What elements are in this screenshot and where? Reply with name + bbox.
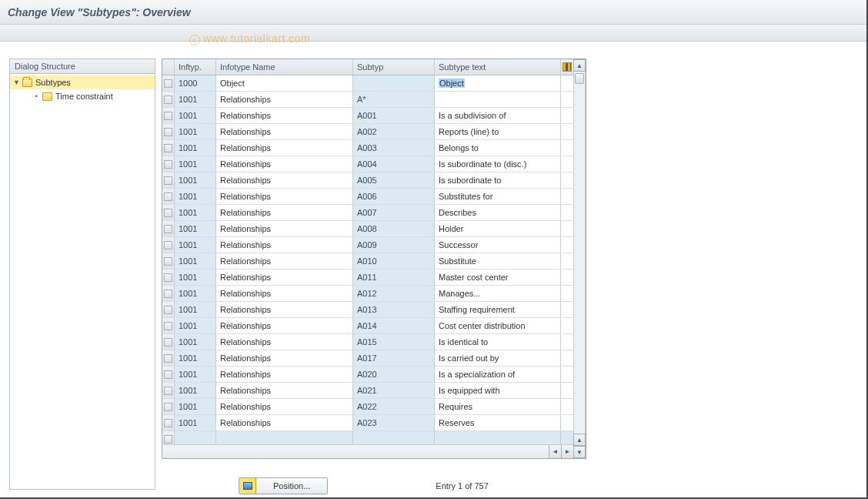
cell-subtype[interactable]: A012	[353, 286, 435, 301]
cell-subtype-text[interactable]: Object	[435, 75, 561, 91]
cell-infty[interactable]: 1001	[175, 350, 216, 366]
cell-subtype[interactable]: A010	[353, 253, 435, 269]
cell-subtype-text[interactable]: Belongs to	[435, 140, 561, 156]
cell-infotype-name[interactable]: Relationships	[216, 92, 353, 107]
cell-subtype-text[interactable]: Staffing requirement	[435, 302, 561, 317]
table-row[interactable]: 1001RelationshipsA017Is carried out by	[162, 350, 573, 367]
vscroll-down-button[interactable]: ▼	[573, 446, 586, 458]
col-header-stxt[interactable]: Subtype text	[435, 59, 561, 75]
cell-infotype-name[interactable]: Relationships	[216, 334, 353, 350]
col-header-itname[interactable]: Infotype Name	[216, 59, 353, 75]
table-row[interactable]: 1001RelationshipsA014Cost center distrib…	[162, 318, 573, 334]
row-selector[interactable]	[162, 334, 175, 350]
row-selector[interactable]	[162, 253, 175, 269]
cell-infty[interactable]: 1001	[175, 108, 216, 123]
cell-infty[interactable]: 1001	[175, 92, 216, 107]
row-selector[interactable]	[162, 172, 175, 188]
table-row[interactable]: 1001RelationshipsA012Manages...	[162, 286, 573, 302]
row-selector[interactable]	[162, 92, 175, 107]
cell-subtype[interactable]: A013	[353, 302, 435, 317]
cell-infotype-name[interactable]: Relationships	[216, 399, 353, 414]
cell-subtype-text[interactable]: Successor	[435, 237, 561, 253]
cell-subtype-text[interactable]: Is a specialization of	[435, 367, 561, 382]
cell-infotype-name[interactable]: Relationships	[216, 350, 353, 366]
row-selector[interactable]	[162, 140, 175, 156]
row-selector[interactable]	[162, 431, 175, 444]
row-selector[interactable]	[162, 302, 175, 317]
cell-infty[interactable]: 1001	[175, 302, 216, 317]
cell-subtype[interactable]	[353, 75, 435, 91]
vscroll-thumb[interactable]	[575, 73, 584, 84]
table-row[interactable]: 1000ObjectObject	[162, 75, 573, 92]
cell-subtype[interactable]: A008	[353, 221, 435, 236]
table-row[interactable]: 1001RelationshipsA008Holder	[162, 221, 573, 237]
cell-infty[interactable]: 1001	[175, 415, 216, 430]
cell-infty[interactable]: 1001	[175, 286, 216, 301]
vscroll-up-button[interactable]: ▲	[573, 59, 586, 72]
cell-infty[interactable]: 1001	[175, 189, 216, 204]
table-row[interactable]: 1001RelationshipsA011Master cost center	[162, 270, 573, 286]
cell-subtype[interactable]: A021	[353, 383, 435, 398]
table-row[interactable]: 1001RelationshipsA001Is a subdivision of	[162, 108, 573, 124]
cell-infty[interactable]: 1000	[175, 75, 216, 91]
vscroll-track[interactable]	[573, 72, 586, 434]
hscroll-left-button[interactable]: ◄	[549, 445, 561, 458]
cell-subtype[interactable]: A009	[353, 237, 435, 253]
row-selector[interactable]	[162, 350, 175, 366]
cell-subtype[interactable]: A002	[353, 124, 435, 139]
cell-infotype-name[interactable]: Relationships	[216, 189, 353, 204]
tree-item-time-constraint[interactable]: • Time constraint	[10, 89, 155, 103]
table-row[interactable]: 1001RelationshipsA020Is a specialization…	[162, 367, 573, 383]
cell-infty[interactable]: 1001	[175, 270, 216, 285]
table-row[interactable]: 1001RelationshipsA*	[162, 92, 573, 108]
row-selector[interactable]	[162, 221, 175, 236]
grid-config-button[interactable]	[561, 59, 573, 75]
cell-infty[interactable]: 1001	[175, 318, 216, 333]
cell-subtype-text[interactable]: Is carried out by	[435, 350, 561, 366]
cell-infotype-name[interactable]: Relationships	[216, 383, 353, 398]
cell-infotype-name[interactable]: Relationships	[216, 172, 353, 188]
cell-infotype-name[interactable]: Relationships	[216, 108, 353, 123]
table-row[interactable]: 1001RelationshipsA021Is equipped with	[162, 383, 573, 399]
cell-subtype-text[interactable]: Substitute	[435, 253, 561, 269]
cell-infotype-name[interactable]: Relationships	[216, 286, 353, 301]
cell-infotype-name[interactable]: Relationships	[216, 318, 353, 333]
cell-infotype-name[interactable]: Relationships	[216, 140, 353, 156]
cell-infotype-name[interactable]: Relationships	[216, 124, 353, 139]
grid-vertical-scrollbar[interactable]: ▲ ▲ ▼	[573, 59, 586, 458]
cell-subtype-text[interactable]	[435, 92, 561, 107]
cell-infotype-name[interactable]: Relationships	[216, 302, 353, 317]
cell-infty[interactable]: 1001	[175, 253, 216, 269]
cell-subtype[interactable]: A020	[353, 367, 435, 382]
vscroll-up2-button[interactable]: ▲	[573, 434, 586, 446]
cell-subtype[interactable]: A004	[353, 156, 435, 172]
cell-infotype-name[interactable]: Relationships	[216, 253, 353, 269]
cell-infty[interactable]: 1001	[175, 237, 216, 253]
cell-subtype-text[interactable]: Is subordinate to	[435, 172, 561, 188]
cell-infty[interactable]: 1001	[175, 140, 216, 156]
cell-infotype-name[interactable]: Relationships	[216, 221, 353, 236]
cell-infty[interactable]: 1001	[175, 172, 216, 188]
cell-infotype-name[interactable]: Relationships	[216, 270, 353, 285]
cell-subtype-text[interactable]: Substitutes for	[435, 189, 561, 204]
cell-subtype[interactable]: A011	[353, 270, 435, 285]
cell-infotype-name[interactable]: Relationships	[216, 205, 353, 220]
cell-infty[interactable]: 1001	[175, 205, 216, 220]
table-row[interactable]: 1001RelationshipsA022Requires	[162, 399, 573, 415]
cell-subtype-text[interactable]: Is a subdivision of	[435, 108, 561, 123]
row-selector[interactable]	[162, 318, 175, 333]
cell-infty[interactable]: 1001	[175, 367, 216, 382]
table-row[interactable]: 1001RelationshipsA005Is subordinate to	[162, 172, 573, 189]
position-button[interactable]: Position...	[239, 477, 328, 494]
row-selector[interactable]	[162, 124, 175, 139]
cell-infty[interactable]: 1001	[175, 124, 216, 139]
cell-subtype[interactable]: A007	[353, 205, 435, 220]
cell-subtype-text[interactable]: Cost center distribution	[435, 318, 561, 333]
table-row[interactable]: 1001RelationshipsA006Substitutes for	[162, 189, 573, 205]
table-row[interactable]: 1001RelationshipsA003Belongs to	[162, 140, 573, 156]
row-selector[interactable]	[162, 156, 175, 172]
cell-subtype-text[interactable]: Describes	[435, 205, 561, 220]
cell-subtype[interactable]: A023	[353, 415, 435, 430]
table-row[interactable]: 1001RelationshipsA010Substitute	[162, 253, 573, 270]
col-header-subty[interactable]: Subtyp	[353, 59, 435, 75]
